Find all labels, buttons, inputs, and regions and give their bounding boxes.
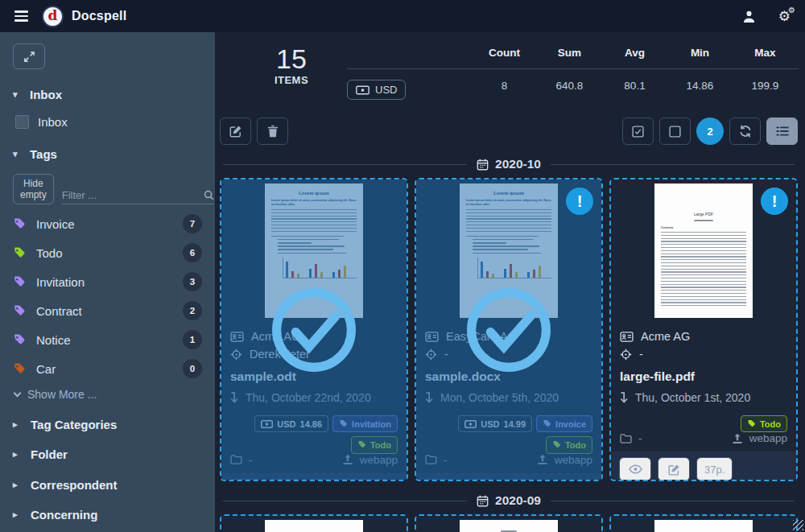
tag-count-badge: 0 [183, 359, 202, 378]
show-more-tags[interactable]: Show More ... [14, 388, 202, 401]
calendar-icon [477, 495, 489, 507]
currency-badge: USD [347, 80, 406, 100]
item-card-sample-odt[interactable]: Lorem ipsum Lorem ipsum dolor sit amet, … [220, 178, 408, 481]
tag-badge-todo: Todo [741, 415, 787, 432]
item-title: large-file.pdf [620, 369, 787, 384]
deselect-all-button[interactable] [659, 118, 691, 145]
expand-sidebar-button[interactable] [13, 43, 45, 69]
stat-value: 8 [472, 69, 537, 110]
inbox-checkbox[interactable] [15, 115, 29, 129]
select-all-button[interactable] [622, 118, 654, 145]
concerning-row: - [620, 348, 787, 361]
tag-row-todo[interactable]: Todo 6 [13, 243, 202, 262]
docspell-logo[interactable]: d [42, 6, 64, 27]
item-card-large-file-pdf[interactable]: Large PDF Contents Acme AG - large-file.… [609, 178, 798, 481]
selected-overlay [416, 179, 601, 480]
item-list-main: 15 ITEMS Count Sum Avg Min Max USD 8 640… [215, 32, 805, 532]
page-count-label: 1/2, 4p. [336, 480, 389, 481]
check-circle-icon [269, 285, 359, 375]
check-circle-icon [464, 285, 554, 375]
tag-row-invitation[interactable]: Invitation 3 [13, 272, 202, 291]
tag-icon [13, 246, 26, 259]
id-card-icon [620, 332, 634, 342]
chevron-down-icon [14, 389, 22, 397]
search-sidebar: ▾ Inbox Inbox ▾ Tags Hide empty Invoice … [0, 32, 215, 532]
item-card-sample-docx[interactable]: Lorem ipsum Lorem ipsum dolor sit amet, … [415, 178, 603, 481]
list-view-button[interactable] [766, 118, 798, 145]
tag-count-badge: 3 [183, 272, 202, 291]
upload-icon [732, 433, 743, 444]
inbox-filter-item[interactable]: Inbox [15, 115, 202, 129]
column-header: Count [472, 42, 537, 69]
tag-row-car[interactable]: Car 0 [13, 359, 202, 378]
resize-grip[interactable] [793, 520, 803, 530]
tag-row-notice[interactable]: Notice 1 [13, 330, 202, 349]
top-navbar: d Docspell ⚙⚙ [0, 0, 805, 32]
item-badges: Todo [620, 415, 787, 432]
tag-filter-input[interactable] [62, 189, 204, 201]
selected-count-badge[interactable]: 2 [696, 118, 724, 145]
sidebar-section-concerning[interactable]: ▸Concerning [13, 508, 202, 522]
hide-empty-button[interactable]: Hide empty [13, 174, 54, 204]
caret-down-icon: ▾ [13, 149, 21, 159]
selection-toolbar: 2 [220, 118, 798, 145]
tag-row-contract[interactable]: Contract 2 [13, 301, 202, 320]
search-icon [204, 190, 214, 200]
tag-icon [747, 419, 756, 428]
user-icon[interactable] [742, 10, 756, 23]
stat-value: 80.1 [602, 69, 667, 110]
sidebar-section-correspondent[interactable]: ▸Correspondent [13, 478, 202, 492]
caret-right-icon: ▸ [13, 509, 21, 520]
tag-filter [62, 189, 214, 204]
arrow-down-icon [620, 392, 628, 404]
items-label: ITEMS [247, 74, 336, 86]
stats-summary: 15 ITEMS Count Sum Avg Min Max USD 8 640… [220, 42, 798, 110]
sidebar-section-folder[interactable]: ▸Folder [13, 447, 202, 461]
card-footer: 37p. [611, 452, 796, 481]
sync-icon [739, 125, 752, 138]
document-preview: Keywords in PDF [221, 516, 407, 532]
item-card[interactable]: Lorem ipsum Lorem ipsum dolor sit amet, … [609, 514, 798, 532]
folder-icon [620, 434, 632, 443]
tag-icon [13, 217, 26, 230]
tag-row-invoice[interactable]: Invoice 7 [13, 214, 202, 233]
tag-count-badge: 1 [183, 330, 202, 349]
alert-exclamation-badge: ! [566, 188, 593, 215]
edit-selected-button[interactable] [220, 118, 251, 145]
source-row: webapp [732, 432, 787, 444]
caret-right-icon: ▸ [13, 419, 21, 430]
refresh-button[interactable] [729, 118, 761, 145]
column-header: Max [733, 42, 798, 69]
date-group-header: 2020-09 [223, 493, 795, 508]
list-icon [776, 126, 789, 137]
item-card[interactable]: Lorem ipsum dolor sit amet, consectetur … [415, 514, 603, 532]
sidebar-section-tags[interactable]: ▾ Tags [13, 147, 202, 161]
sidebar-section-inbox[interactable]: ▾ Inbox [13, 88, 202, 101]
column-header: Avg [602, 42, 667, 69]
item-card[interactable]: Keywords in PDF [220, 514, 408, 532]
item-date: Thu, October 1st, 2020 [620, 391, 787, 404]
money-icon [356, 85, 369, 95]
correspondent-row: Acme AG [620, 330, 787, 343]
edit-item-button[interactable] [658, 457, 690, 481]
preview-item-button[interactable] [619, 457, 651, 481]
document-preview: Lorem ipsum dolor sit amet, consectetur … [416, 516, 601, 532]
check-square-icon [632, 126, 644, 138]
next-attachment-button[interactable]: → [308, 480, 336, 481]
settings-gears-icon[interactable]: ⚙⚙ [778, 8, 791, 24]
stat-value: 14.86 [667, 69, 733, 110]
selected-overlay [221, 179, 407, 480]
folder-row: - [620, 432, 642, 444]
sidebar-section-tag-categories[interactable]: ▸Tag Categories [13, 418, 202, 431]
caret-right-icon: ▸ [13, 480, 21, 490]
stat-value: 640.8 [537, 69, 602, 110]
delete-selected-button[interactable] [257, 118, 288, 145]
document-preview: Lorem ipsum Lorem ipsum dolor sit amet, … [611, 516, 796, 532]
hamburger-menu-icon[interactable] [0, 0, 42, 32]
tag-icon [13, 362, 26, 375]
eye-icon [629, 464, 642, 474]
date-group-header: 2020-10 [223, 157, 795, 171]
caret-right-icon: ▸ [13, 449, 21, 460]
caret-down-icon: ▾ [13, 89, 21, 100]
alert-exclamation-badge: ! [761, 188, 788, 215]
